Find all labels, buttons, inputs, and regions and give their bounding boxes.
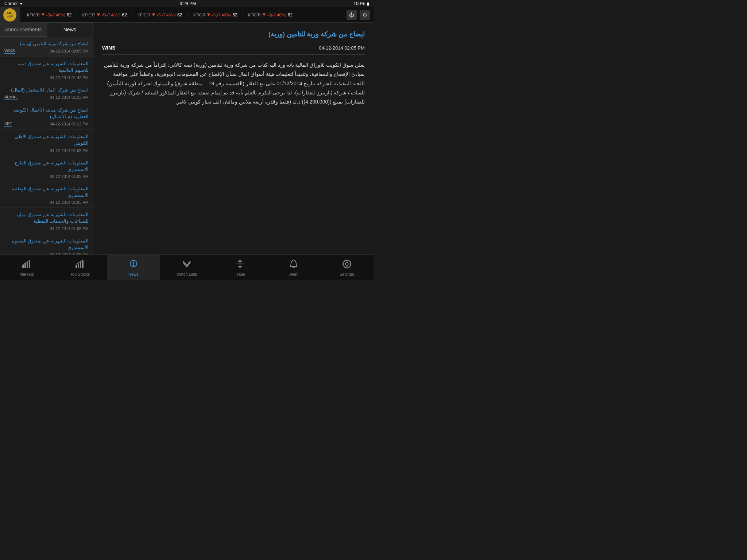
svg-rect-4 <box>76 265 77 268</box>
tab-news[interactable]: News <box>47 23 93 37</box>
news-item-meta-4: 04-12-2014 01:05 PM <box>4 148 89 153</box>
left-panel: Announcements News ايضاح من شركة وربة لل… <box>0 23 93 254</box>
news-item-meta-0: WINS 04-12-2014 02:05 PM <box>4 48 89 54</box>
news-item-date-5: 04-12-2014 01:05 PM <box>50 174 89 179</box>
ticker-arrow-3 <box>207 13 210 16</box>
markets-icon <box>22 259 32 271</box>
news-item-title-3: ايضاح من شركة مدينة الاعمال الكويتية الع… <box>4 107 89 120</box>
nav-item-alert[interactable]: Alert <box>267 255 320 280</box>
news-item-date-3: 04-12-2014 01:13 PM <box>50 122 89 126</box>
svg-rect-6 <box>80 262 81 268</box>
nav-item-news[interactable]: News <box>107 255 160 280</box>
ticker-arrow-4 <box>262 13 266 16</box>
news-item-source-2: ALMAL <box>4 95 18 100</box>
ticker-change-0: -5(-7.46%) <box>46 13 65 17</box>
svg-rect-3 <box>29 260 30 268</box>
news-item-meta-8: 04-12-2014 01:05 PM <box>4 252 89 254</box>
ticker-price-4: 62 <box>288 12 293 18</box>
ticker-label-4: KFIC'R <box>248 13 261 17</box>
settings-icon <box>342 259 352 271</box>
status-bar: Carrier ▾ 3:29 PM 100% ▮ <box>0 0 374 7</box>
carrier-label: Carrier <box>4 1 18 6</box>
ticker-label-0: KFIC'R <box>27 13 40 17</box>
news-item-5[interactable]: المعلومات الشهرية عن صندوق الدارج الاستث… <box>0 156 93 182</box>
nav-label-topstocks: Top Stocks <box>70 272 90 276</box>
news-item-date-2: 04-12-2014 01:13 PM <box>50 95 89 100</box>
power-button[interactable]: ⏻ <box>347 10 357 20</box>
trade-icon <box>235 259 245 271</box>
article-date: 04-12-2014 02:05 PM <box>319 45 365 51</box>
ticker-item-2: KFIC'R -5(-7.46%) 62 <box>132 12 187 18</box>
svg-rect-2 <box>27 262 28 268</box>
ticker-item-3: KFIC'R -5(-7.46%) 62 <box>187 12 243 18</box>
svg-rect-5 <box>78 264 79 268</box>
news-item-3[interactable]: ايضاح من شركة مدينة الاعمال الكويتية الع… <box>0 103 93 130</box>
news-item-meta-1: 04-12-2014 01:42 PM <box>4 75 89 80</box>
news-item-8[interactable]: المعلومات الشهرية عن صندوق الصفوة الاستث… <box>0 234 93 254</box>
news-item-meta-2: ALMAL 04-12-2014 01:13 PM <box>4 95 89 100</box>
news-item-title-6: المعلومات الشهرية عن صندوق الوطنية الاست… <box>4 186 89 199</box>
bottom-nav: Markets Top Stocks News Watch Lists Trad… <box>0 254 374 280</box>
ticker-item-0: KFIC'R -5(-7.46%) 62 <box>22 12 77 18</box>
ticker-item-1: KFIC'R -5(-7.46%) 62 <box>77 12 132 18</box>
svg-rect-1 <box>24 263 26 268</box>
news-item-meta-6: 04-12-2014 01:05 PM <box>4 200 89 205</box>
watchlists-icon <box>182 259 192 271</box>
news-item-title-1: المعلومات الشهرية عن صندوق ديمة للاسهم ا… <box>4 61 89 74</box>
ticker-change-3: -5(-7.46%) <box>212 13 231 17</box>
news-item-title-0: ايضاح من شركة وربة للتامين (وربة) <box>4 40 89 47</box>
nav-label-settings: Settings <box>340 272 354 276</box>
news-item-4[interactable]: المعلومات الشهرية عن صندوق الأهلي الكويت… <box>0 130 93 156</box>
ticker-controls[interactable]: ⏻ ⚙ <box>347 10 374 20</box>
right-panel: ايضاح من شركة وربة للتامين (وربة) WINS 0… <box>93 23 374 254</box>
nav-label-alert: Alert <box>289 272 298 276</box>
news-item-source-3: KBT <box>4 121 12 127</box>
news-icon <box>128 259 139 271</box>
nav-item-watchlists[interactable]: Watch Lists <box>160 255 213 280</box>
news-item-title-7: المعلومات الشهرية عن صندوق موارد للصناعا… <box>4 211 89 225</box>
nav-item-topstocks[interactable]: Top Stocks <box>53 255 107 280</box>
nav-item-markets[interactable]: Markets <box>0 255 53 280</box>
ticker-item-4: KFIC'R -5(-7.46%) 62 <box>243 12 298 18</box>
settings-ticker-button[interactable]: ⚙ <box>360 10 370 20</box>
news-item-source-0: WINS <box>4 48 15 54</box>
tab-announcements[interactable]: Announcements <box>0 23 47 36</box>
article-meta: WINS 04-12-2014 02:05 PM <box>102 45 365 55</box>
tab-bar: Announcements News <box>0 23 93 37</box>
article-source: WINS <box>102 45 116 51</box>
status-bar-right: 100% ▮ <box>353 1 369 6</box>
ticker-arrow-2 <box>152 13 155 16</box>
news-item-2[interactable]: ايضاح من شركة المال للاستثمار (المال) AL… <box>0 83 93 103</box>
ticker-label-2: KFIC'R <box>138 13 150 17</box>
news-item-date-8: 04-12-2014 01:05 PM <box>50 252 89 254</box>
news-list[interactable]: ايضاح من شركة وربة للتامين (وربة) WINS 0… <box>0 37 93 254</box>
news-item-0[interactable]: ايضاح من شركة وربة للتامين (وربة) WINS 0… <box>0 37 93 57</box>
time-display: 3:29 PM <box>180 1 196 6</box>
logo: kfic البوكة <box>0 7 20 23</box>
wifi-icon: ▾ <box>20 1 22 6</box>
news-item-title-5: المعلومات الشهرية عن صندوق الدارج الاستث… <box>4 160 89 173</box>
news-item-meta-3: KBT 04-12-2014 01:13 PM <box>4 121 89 127</box>
nav-item-settings[interactable]: Settings <box>320 255 374 280</box>
logo-circle: kfic البوكة <box>3 8 16 22</box>
news-item-date-0: 04-12-2014 02:05 PM <box>50 49 89 53</box>
news-item-meta-5: 04-12-2014 01:05 PM <box>4 174 89 179</box>
svg-point-10 <box>133 265 134 266</box>
svg-rect-0 <box>22 265 24 268</box>
news-item-date-7: 04-12-2014 01:05 PM <box>50 226 89 231</box>
nav-label-news: News <box>128 272 139 276</box>
nav-item-trade[interactable]: Trade <box>213 255 267 280</box>
news-item-1[interactable]: المعلومات الشهرية عن صندوق ديمة للاسهم ا… <box>0 57 93 83</box>
news-item-meta-7: 04-12-2014 01:05 PM <box>4 226 89 231</box>
ticker-label-1: KFIC'R <box>82 13 95 17</box>
svg-marker-12 <box>238 260 242 262</box>
news-item-6[interactable]: المعلومات الشهرية عن صندوق الوطنية الاست… <box>0 182 93 208</box>
news-item-title-8: المعلومات الشهرية عن صندوق الصفوة الاستث… <box>4 238 89 251</box>
nav-label-markets: Markets <box>20 272 34 276</box>
news-item-7[interactable]: المعلومات الشهرية عن صندوق موارد للصناعا… <box>0 208 93 234</box>
svg-rect-7 <box>82 261 84 268</box>
ticker-change-1: -5(-7.46%) <box>102 13 121 17</box>
battery-label: 100% <box>353 1 365 6</box>
svg-point-16 <box>345 262 348 265</box>
ticker-arrow-0 <box>41 13 45 16</box>
